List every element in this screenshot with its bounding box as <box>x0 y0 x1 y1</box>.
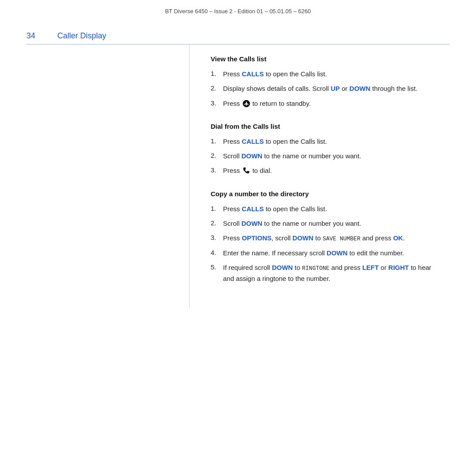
chapter-title: Caller Display <box>57 31 106 41</box>
step-list-view-calls: 1. Press CALLS to open the Calls list. 2… <box>211 69 432 108</box>
chapter-number: 34 <box>26 31 44 41</box>
page-header: BT Diverse 6450 – Issue 2 - Edition 01 –… <box>0 0 476 19</box>
dial-icon <box>242 166 251 175</box>
left-margin <box>26 45 190 308</box>
section-title-view-calls: View the Calls list <box>211 55 432 63</box>
section-title-dial-calls: Dial from the Calls list <box>211 123 432 130</box>
step-item: 2. Display shows details of calls. Scrol… <box>211 83 432 93</box>
step-item: 1. Press CALLS to open the Calls list. <box>211 136 432 146</box>
section-dial-calls: Dial from the Calls list 1. Press CALLS … <box>211 123 432 176</box>
section-view-calls: View the Calls list 1. Press CALLS to op… <box>211 55 432 108</box>
step-item: 3. Press to dial. <box>211 165 432 176</box>
step-list-copy-number: 1. Press CALLS to open the Calls list. 2… <box>211 204 432 284</box>
step-item: 5. If required scroll DOWN to RINGTONE a… <box>211 262 432 283</box>
step-item: 1. Press CALLS to open the Calls list. <box>211 204 432 214</box>
step-item: 3. Press OPTIONS, scroll DOWN to SAVE NU… <box>211 233 432 243</box>
section-copy-number: Copy a number to the directory 1. Press … <box>211 190 432 284</box>
step-item: 4. Enter the name. If necessary scroll D… <box>211 248 432 258</box>
end-call-icon <box>242 99 251 108</box>
step-item: 1. Press CALLS to open the Calls list. <box>211 69 432 79</box>
step-item: 2. Scroll DOWN to the name or number you… <box>211 151 432 161</box>
main-content: View the Calls list 1. Press CALLS to op… <box>190 45 450 308</box>
section-title-copy-number: Copy a number to the directory <box>211 190 432 198</box>
step-item: 2. Scroll DOWN to the name or number you… <box>211 218 432 228</box>
step-item: 3. Press to return to standby. <box>211 98 432 108</box>
step-list-dial-calls: 1. Press CALLS to open the Calls list. 2… <box>211 136 432 176</box>
